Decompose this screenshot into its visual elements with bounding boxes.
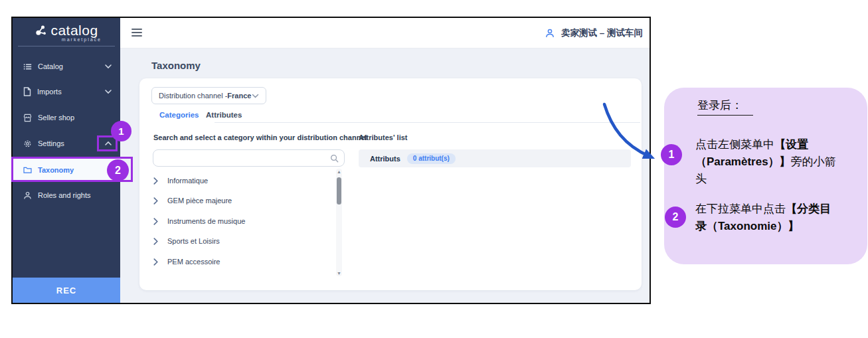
sidebar-item-label: Imports (37, 88, 62, 96)
step-2-text-pre: 在下拉菜单中点击 (695, 203, 786, 215)
app-logo: catalog marketplace (13, 23, 120, 42)
list-icon (23, 62, 32, 71)
logo-divider (18, 46, 115, 46)
main-content: Taxonomy Distribution channel - France C… (120, 48, 650, 303)
category-label: Instruments de musique (167, 217, 245, 225)
taxonomy-card: Distribution channel - France Categories… (139, 78, 642, 290)
tabs-divider (215, 122, 640, 123)
attributes-list-label: Attributes' list (359, 133, 408, 141)
rec-button[interactable]: REC (13, 278, 120, 303)
step-2-number-badge: 2 (665, 207, 686, 228)
scroll-down-arrow-icon[interactable]: ▼ (336, 271, 342, 276)
sidebar-item-label: Settings (38, 139, 64, 147)
shop-icon (23, 114, 32, 122)
curved-pointer-arrow (594, 96, 667, 169)
category-row-pem-accessoire[interactable]: PEM accessoire (153, 254, 327, 269)
distribution-channel-select[interactable]: Distribution channel - France (151, 87, 266, 104)
instruction-panel: 登录后： 1 点击左侧菜单中【设置（Paramètres）】旁的小箭头 2 在下… (664, 88, 867, 264)
panel-heading: 登录后： (697, 98, 753, 116)
chevron-right-icon (153, 238, 159, 245)
category-row-sports-et-loisirs[interactable]: Sports et Loisirs (153, 234, 327, 248)
rec-label: REC (56, 286, 76, 296)
category-row-instruments-de-musique[interactable]: Instruments de musique (153, 214, 327, 228)
step-1-text-pre: 点击左侧菜单中 (695, 138, 774, 151)
scrollbar-thumb[interactable] (337, 177, 341, 205)
person-icon (23, 191, 32, 200)
chevron-right-icon (153, 177, 159, 185)
attribute-count-badge: 0 attribut(s) (407, 153, 456, 164)
attributes-group-row[interactable]: Attributs 0 attribut(s) (359, 149, 631, 167)
topbar: 卖家测试 – 测试车间 (120, 18, 650, 48)
tab-categories[interactable]: Categories (159, 111, 199, 119)
category-label: GEM pièce majeure (167, 197, 232, 205)
sidebar-item-label: Catalog (38, 62, 63, 70)
search-icon (330, 154, 339, 163)
attributes-group-name: Attributs (370, 155, 400, 163)
chevron-down-icon (105, 64, 112, 69)
category-search-box (153, 149, 345, 167)
sidebar-item-catalog[interactable]: Catalog (13, 58, 120, 75)
user-name: 卖家测试 – 测试车间 (561, 27, 643, 39)
brand-name: catalog (50, 23, 98, 39)
annotated-tutorial-image: catalog marketplace Catalog (0, 0, 868, 338)
sidebar-item-label: Roles and rights (38, 191, 91, 199)
gear-icon (23, 139, 32, 148)
catalog-molecule-icon (35, 24, 48, 37)
category-row-informatique[interactable]: Informatique (153, 173, 327, 188)
step-1-instruction: 点击左侧菜单中【设置（Paramètres）】旁的小箭头 (695, 136, 836, 188)
sidebar-item-seller-shop[interactable]: Seller shop (13, 109, 120, 126)
sidebar-item-label: Seller shop (38, 114, 74, 122)
page-title: Taxonomy (151, 60, 201, 71)
step-2-instruction: 在下拉菜单中点击【分类目录（Taxonomie）】 (695, 201, 836, 235)
category-row-gem-piece-majeure[interactable]: GEM pièce majeure (153, 193, 327, 208)
chevron-right-icon (153, 258, 159, 266)
step-1-marker-badge: 1 (111, 121, 131, 141)
category-label: Informatique (167, 177, 208, 185)
category-search-input[interactable] (159, 151, 328, 165)
category-label: Sports et Loisirs (167, 237, 220, 245)
scroll-up-arrow-icon[interactable]: ▲ (336, 169, 342, 174)
hamburger-menu-icon[interactable] (131, 29, 142, 37)
category-label: PEM accessoire (167, 258, 220, 266)
sidebar-item-imports[interactable]: Imports (13, 83, 120, 100)
file-icon (23, 87, 31, 96)
tab-attributes[interactable]: Attributes (206, 111, 242, 119)
category-search-label: Search and select a category within your… (153, 133, 367, 141)
channel-prefix: Distribution channel - (159, 92, 227, 100)
chevron-right-icon (153, 197, 159, 205)
chevron-right-icon (153, 218, 159, 225)
sidebar-item-roles-and-rights[interactable]: Roles and rights (13, 187, 120, 204)
user-icon (545, 28, 555, 39)
chevron-down-icon (105, 90, 112, 94)
step-2-marker-badge: 2 (107, 159, 129, 181)
user-account-chip[interactable]: 卖家测试 – 测试车间 (542, 18, 646, 48)
brand-tagline: marketplace (13, 37, 120, 42)
channel-value: France (227, 92, 251, 100)
chevron-down-icon (252, 94, 259, 98)
category-list-scrollbar[interactable]: ▲ ▼ (336, 169, 342, 276)
